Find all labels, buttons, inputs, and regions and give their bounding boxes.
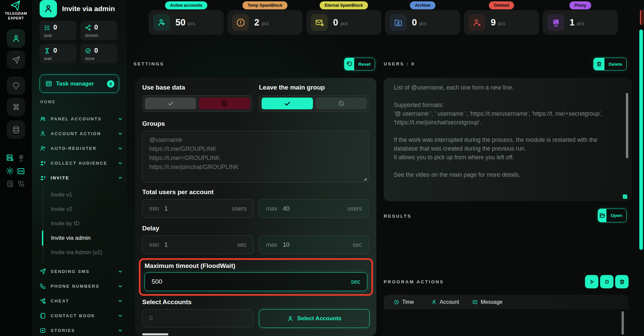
user-plus-icon (40, 145, 46, 152)
users-scrollbar-thumb[interactable] (626, 93, 628, 158)
stat-unit: pcs (577, 21, 584, 26)
users-placeholder-line: It allows you to pick up from where you … (394, 153, 616, 162)
share-icon (85, 24, 91, 31)
use-base-data-no[interactable] (199, 98, 250, 109)
rail-command-button[interactable] (7, 98, 25, 116)
groups-label: Groups (142, 120, 165, 127)
check-icon (284, 100, 291, 107)
users-placeholder-line (394, 92, 616, 101)
delete-button[interactable]: Delete (593, 58, 627, 70)
slash-circle-icon (221, 100, 228, 107)
resize-handle-icon[interactable] (363, 177, 367, 181)
sidebar-item-cheat[interactable]: CHEAT (40, 293, 123, 308)
notebook-icon (40, 313, 46, 319)
stop-button[interactable] (600, 275, 613, 288)
floodwait-value: 500 (152, 278, 162, 285)
rail-accounts-button[interactable] (7, 29, 25, 48)
trash-icon (619, 279, 625, 285)
sidebar-subitem-invite-via-admin-v2[interactable]: Invite via Admin (v2) (51, 245, 118, 260)
sidebar-item-sending-sms[interactable]: SENDING SMS (40, 264, 123, 279)
rail-premium-button[interactable] (7, 76, 25, 95)
sidebar-item-panel-accounts[interactable]: PANEL ACCOUNTS (40, 111, 123, 126)
task-manager-badge: 0 (107, 80, 114, 88)
gear-icon[interactable] (6, 167, 14, 175)
sidebar-item-stories[interactable]: STORIES (40, 323, 123, 336)
sidebar-item-label: SENDING SMS (51, 269, 90, 274)
settings-section-title: SETTINGS (133, 61, 164, 66)
chevron-down-icon (118, 313, 123, 318)
status-badge: Archive (410, 1, 435, 9)
sidebar-item-contact-book[interactable]: CONTACT BOOK (40, 308, 123, 323)
counter-label: task (44, 33, 52, 38)
user-icon (40, 130, 46, 137)
status-badge: Active accounts (165, 1, 207, 9)
total-users-min-input[interactable]: min 1 users (142, 199, 254, 218)
users-textarea[interactable]: List of @username, each one form a new l… (384, 78, 632, 201)
user-icon (12, 34, 20, 43)
paper-plane-icon (40, 268, 46, 275)
trash-icon (594, 58, 604, 70)
floodwait-label: Maximum timeout (FloodWait) (145, 262, 235, 270)
users-resize-handle[interactable] (623, 194, 627, 199)
check-icon (167, 100, 174, 107)
checklist-icon (44, 24, 50, 31)
settings-card: Use base data Leave the main group Group… (135, 78, 376, 336)
window-scrollbar-thumb[interactable] (639, 30, 643, 250)
delay-max-input[interactable]: max 10 sec (259, 235, 369, 254)
swap-layout-icon[interactable] (17, 180, 25, 188)
column-time: Time (394, 295, 414, 309)
clear-log-button[interactable] (615, 275, 629, 288)
play-button[interactable] (585, 275, 598, 288)
sidebar-item-invite[interactable]: INVITE (40, 170, 123, 185)
groups-textarea[interactable]: @username https://t.me/GROUPLINK https:/… (142, 131, 369, 182)
delay-min-input[interactable]: min 1 sec (142, 235, 254, 254)
sidebar-item-account-action[interactable]: ACCOUNT ACTION (40, 126, 123, 141)
counter-label: wait (44, 56, 52, 61)
sidebar-subitem-invite-via-admin[interactable]: Invite via admin (51, 231, 118, 245)
user-camera-icon[interactable] (17, 154, 25, 162)
sidebar-item-phone-numbers[interactable]: PHONE NUMBERS (40, 279, 123, 293)
users-section-title: USERS : 0 (384, 61, 415, 66)
leave-main-group-yes[interactable] (262, 98, 313, 109)
floodwait-input[interactable]: 500 sec (145, 272, 367, 291)
code-window-icon[interactable] (17, 167, 25, 175)
rail-database-button[interactable] (7, 120, 25, 139)
sidebar-item-auto-register[interactable]: AUTO-REGISTER (40, 141, 123, 156)
delay-label: Delay (142, 225, 159, 232)
reset-button[interactable]: Reset (344, 58, 375, 70)
open-button[interactable]: Open (598, 209, 627, 222)
users-placeholder-line: '@ username ', ' username ', 'https://t.… (394, 109, 616, 127)
diamond-icon (12, 82, 20, 90)
total-users-max-input[interactable]: max 40 users (259, 199, 369, 218)
counter-stream: 0 stream (80, 21, 117, 40)
chevron-down-icon (118, 131, 123, 136)
chevron-down-icon (118, 146, 123, 151)
table-scrollbar-thumb[interactable] (622, 311, 624, 335)
rail-send-button[interactable] (7, 51, 25, 69)
users-placeholder-line (394, 162, 616, 170)
folder-user-icon (390, 14, 407, 31)
select-accounts-count-input[interactable]: 0 (142, 309, 254, 327)
task-manager-button[interactable]: Task manager 0 (40, 74, 119, 93)
select-accounts-button[interactable]: Select Accounts (259, 309, 370, 328)
sidebar-item-collect-audience[interactable]: COLLECT AUDIENCE (40, 156, 123, 170)
paper-plane-icon (12, 56, 20, 64)
document-check-icon[interactable] (6, 180, 14, 188)
stat-unit: pcs (262, 21, 269, 26)
leave-main-group-no[interactable] (316, 98, 367, 109)
counter-value: 0 (53, 23, 57, 31)
server-check-icon[interactable] (6, 154, 14, 162)
status-badge: Eternal SpamBlock (320, 1, 368, 9)
sidebar-subitem-invite-by-id[interactable]: Invite by ID (51, 216, 118, 231)
slash-circle-icon (338, 100, 345, 107)
clipped-stat-card-edge (640, 10, 644, 25)
chevron-up-icon (118, 175, 123, 180)
page-title: Invite via admin (62, 5, 115, 13)
sidebar-subitem-invite-v2[interactable]: Invite v2 (51, 202, 118, 217)
database-icon (12, 126, 20, 134)
sidebar-subitem-invite-v1[interactable]: Invite v1 (51, 187, 118, 202)
sidebar-item-label: AUTO-REGISTER (51, 146, 97, 151)
column-label: Message (481, 299, 502, 305)
use-base-data-yes[interactable] (145, 98, 196, 109)
counter-value: 0 (94, 47, 98, 54)
